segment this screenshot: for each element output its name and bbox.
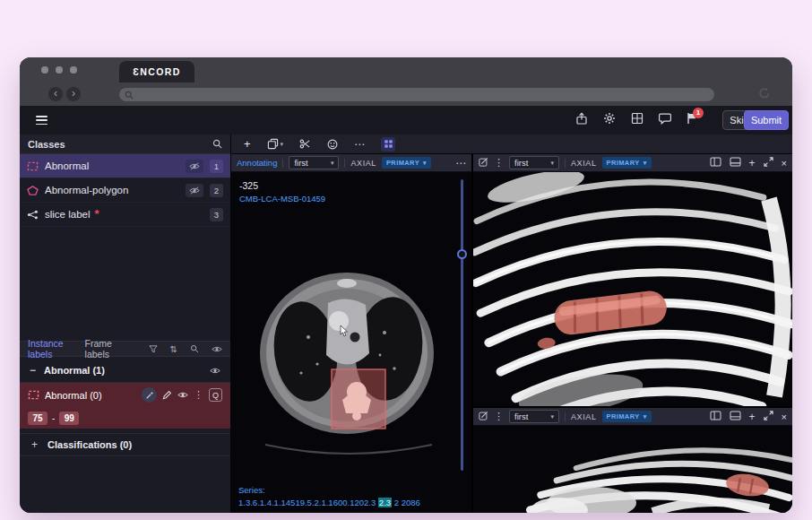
viewport-kebab-button[interactable]: ⋮ [494, 157, 504, 169]
edit-instance-button[interactable] [162, 390, 172, 400]
export-icon [575, 112, 588, 125]
primary-tag-label: PRIMARY [607, 412, 640, 420]
expand-icon[interactable]: + [31, 438, 38, 451]
settings-button[interactable] [603, 112, 616, 128]
filter-button[interactable] [149, 345, 158, 353]
browser-navbar: ‹ › [20, 82, 792, 106]
viewport-axial[interactable]: Annotating first ▾ AXIAL PRIMARY ▾ [231, 154, 473, 513]
feedback-button[interactable] [327, 139, 338, 150]
window-maximize-button[interactable] [70, 66, 77, 74]
class-item-abnormal[interactable]: Abnormal 1 [20, 154, 230, 178]
chat-button[interactable] [659, 112, 671, 128]
window-minimize-button[interactable] [56, 66, 63, 74]
copy-annotation-button[interactable]: ▾ [267, 138, 284, 150]
class-hotkey-badge: 2 [210, 184, 223, 197]
add-view-button[interactable]: + [749, 411, 756, 423]
app-toolbar: 1 Skip Submit [20, 106, 792, 134]
tab-instance-labels[interactable]: Instance labels [28, 338, 73, 360]
hamburger-menu-button[interactable] [36, 114, 48, 127]
primary-tag-dropdown[interactable]: PRIMARY ▾ [382, 157, 431, 169]
browser-window: ƐNCORD ‹ › [20, 57, 792, 513]
layout-button[interactable] [381, 137, 395, 152]
primary-tag-label: PRIMARY [607, 159, 640, 167]
forward-button[interactable]: › [66, 87, 81, 101]
study-id: CMB-LCA-MSB-01459 [239, 194, 325, 204]
classifications-label: Classifications (0) [48, 439, 132, 450]
collapse-icon[interactable]: − [30, 364, 36, 377]
tab-frame-labels[interactable]: Frame labels [85, 338, 124, 360]
viewport-body[interactable] [473, 426, 792, 513]
slice-index: -325 [239, 180, 258, 191]
series-select[interactable]: first ▾ [509, 410, 559, 423]
reload-button[interactable] [758, 87, 771, 103]
sort-button[interactable]: ⇅ [170, 344, 177, 354]
series-select[interactable]: first ▾ [509, 156, 559, 169]
edit-view-button[interactable] [479, 157, 488, 169]
auto-annotate-button[interactable] [142, 387, 157, 403]
classifications-section[interactable]: + Classifications (0) [20, 433, 230, 456]
primary-tag-dropdown[interactable]: PRIMARY ▾ [602, 157, 652, 169]
group-visibility-button[interactable] [210, 367, 220, 375]
instance-group-abnormal[interactable]: − Abnormal (1) [20, 359, 230, 383]
viewport-body[interactable]: -325 CMB-LCA-MSB-01459 [231, 172, 471, 513]
instance-visibility-button[interactable] [177, 391, 188, 399]
class-item-slice-label[interactable]: slice label * 3 [20, 203, 230, 227]
single-view-button[interactable] [730, 411, 741, 422]
back-icon: ‹ [54, 87, 57, 100]
eye-icon [210, 367, 220, 375]
export-button[interactable] [575, 112, 588, 128]
selected-instance-abnormal[interactable]: Abnormal (0) ⋮ Q 75 - [20, 383, 230, 429]
window-close-button[interactable] [41, 66, 48, 74]
series-uid-tail: 2 2086 [394, 498, 420, 507]
browser-tab[interactable]: ƐNCORD [119, 61, 194, 82]
grid-view-button[interactable] [631, 112, 644, 128]
viewport-body[interactable] [473, 172, 792, 406]
classes-search-icon[interactable] [212, 139, 222, 149]
bounding-box-icon [28, 390, 39, 400]
class-label: Abnormal-polygon [45, 185, 128, 195]
pencil-square-icon [479, 411, 488, 420]
range-separator: - [52, 413, 55, 423]
required-mark: * [95, 210, 99, 219]
toolbar-icon-group: 1 [575, 106, 697, 134]
back-button[interactable]: ‹ [48, 87, 63, 101]
series-select[interactable]: first ▾ [289, 156, 339, 169]
close-viewport-button[interactable]: × [782, 158, 787, 169]
primary-tag-dropdown[interactable]: PRIMARY ▾ [602, 411, 652, 422]
class-label: slice label [45, 209, 91, 220]
content-area: Classes Abnormal 1 Abnormal-polygon [20, 134, 792, 513]
instance-menu-button[interactable]: ⋮ [194, 389, 203, 401]
class-visibility-button[interactable] [186, 184, 203, 197]
instance-label: Abnormal (0) [45, 390, 102, 401]
cut-tool-button[interactable] [299, 139, 311, 149]
range-start-chip[interactable]: 75 [28, 412, 48, 425]
viewport-kebab-button[interactable]: ⋮ [494, 411, 504, 422]
add-annotation-button[interactable]: + [244, 137, 251, 151]
issues-button[interactable]: 1 [687, 112, 697, 128]
more-tools-button[interactable]: ⋯ [354, 138, 365, 151]
labels-search-button[interactable] [190, 344, 199, 353]
submit-button[interactable]: Submit [744, 110, 789, 130]
split-view-button[interactable] [710, 157, 721, 169]
slice-range-row: 75 - 99 [20, 407, 230, 429]
url-bar[interactable] [119, 88, 714, 101]
sidebar: Classes Abnormal 1 Abnormal-polygon [20, 134, 231, 513]
fullscreen-button[interactable] [764, 411, 773, 422]
edit-view-button[interactable] [479, 411, 488, 422]
single-view-button[interactable] [730, 157, 741, 169]
range-end-chip[interactable]: 99 [59, 412, 79, 425]
labels-visibility-button[interactable] [212, 345, 222, 353]
add-view-button[interactable]: + [749, 157, 756, 169]
viewport-menu-button[interactable]: ⋯ [455, 157, 466, 169]
eye-off-icon [189, 186, 200, 195]
slice-slider-handle[interactable] [457, 249, 467, 259]
kebab-icon: ⋮ [194, 389, 203, 401]
fullscreen-button[interactable] [764, 157, 773, 169]
class-visibility-button[interactable] [186, 160, 203, 173]
slice-slider[interactable] [461, 179, 463, 471]
viewport-volume-bottom[interactable]: ⋮ first ▾ AXIAL PRIMARY ▾ [473, 408, 792, 513]
class-item-abnormal-polygon[interactable]: Abnormal-polygon 2 [20, 178, 230, 203]
viewport-volume-top[interactable]: ⋮ first ▾ AXIAL PRIMARY ▾ [473, 154, 792, 408]
close-viewport-button[interactable]: × [782, 412, 787, 422]
split-view-button[interactable] [710, 411, 721, 422]
